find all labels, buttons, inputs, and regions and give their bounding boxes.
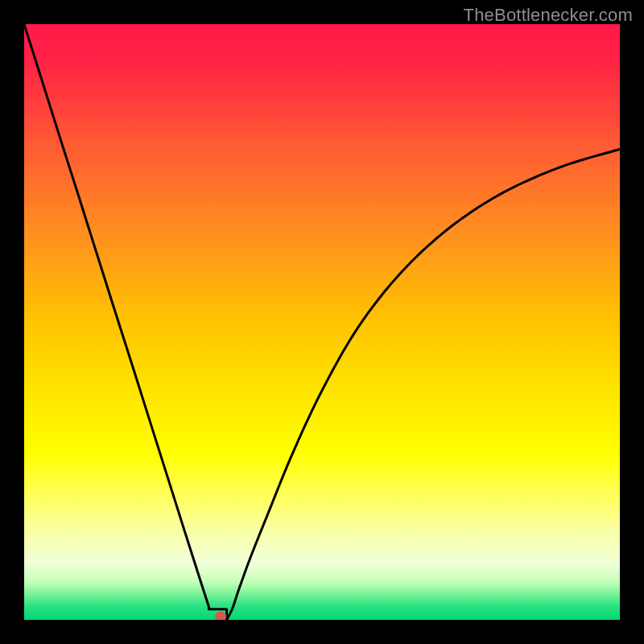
watermark-label: TheBottlenecker.com [464,5,633,26]
gradient-background [24,24,620,620]
bottleneck-chart [24,24,620,620]
plot-area [24,24,620,620]
chart-frame: TheBottlenecker.com [0,0,644,644]
